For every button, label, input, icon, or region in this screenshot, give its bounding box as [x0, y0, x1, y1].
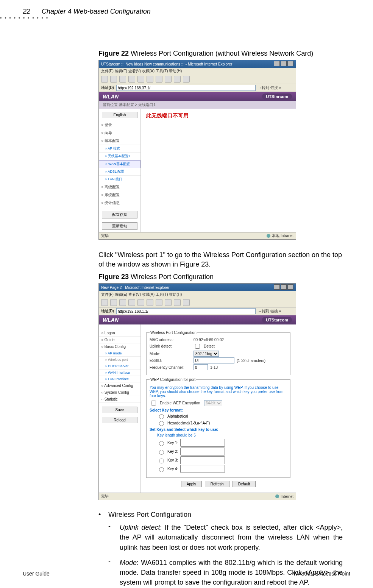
- refresh-icon[interactable]: [128, 299, 135, 306]
- key1-input[interactable]: [180, 439, 225, 447]
- mail-icon[interactable]: [174, 299, 181, 306]
- sidebar-item-label: System Config: [105, 390, 129, 395]
- figure23-screenshot: New Page 2 - Microsoft Internet Explorer…: [98, 283, 296, 500]
- sidebar-item-label: WAN Interface: [108, 371, 130, 374]
- sidebar-item-logon[interactable]: ○ Logon: [99, 330, 140, 337]
- uplink-detect-checkbox[interactable]: [195, 344, 200, 349]
- sidebar-item-label: 基本配置: [105, 139, 120, 143]
- forward-icon[interactable]: [110, 299, 117, 306]
- reload-button[interactable]: 重新启动: [102, 222, 137, 230]
- sidebar-item-wireless[interactable]: ○ 无线基本配置1: [99, 153, 140, 160]
- key-format-label: Select Key format:: [150, 408, 287, 412]
- footer-left: User Guide: [23, 571, 50, 577]
- key1-radio[interactable]: [159, 441, 164, 446]
- ie-titlebar: UTStarcom ::: New ideas New communicatio…: [99, 60, 296, 68]
- sidebar-item-wan[interactable]: ○ WAN Interface: [99, 370, 140, 376]
- mode-select[interactable]: 802.11b/g: [194, 351, 219, 357]
- stop-icon[interactable]: [119, 299, 126, 306]
- go-button[interactable]: →转到 链接 »: [258, 85, 281, 90]
- ie-toolbar: [99, 75, 296, 84]
- key3-radio[interactable]: [159, 459, 164, 463]
- search-icon[interactable]: [147, 76, 153, 83]
- stop-icon[interactable]: [119, 76, 126, 83]
- mail-icon[interactable]: [183, 76, 190, 83]
- sidebar-item-basic[interactable]: ○ 基本配置: [99, 137, 140, 145]
- sidebar-item-apmode[interactable]: ○ AP mode: [99, 350, 140, 357]
- sidebar-item-wireless[interactable]: ○ Wireless port: [99, 357, 140, 363]
- back-icon[interactable]: [101, 299, 108, 306]
- sidebar-item-system[interactable]: ○ System Config: [99, 389, 140, 396]
- sidebar-item-label: DHCP Server: [108, 364, 128, 368]
- sidebar-item-statistic[interactable]: ○ Statistic: [99, 396, 140, 403]
- apply-button[interactable]: Apply: [181, 481, 202, 487]
- sidebar-item-system[interactable]: ○ 系统配置: [99, 191, 140, 199]
- default-button[interactable]: Default: [233, 481, 256, 487]
- wep-bits-select[interactable]: 64-bit: [204, 400, 222, 406]
- sidebar-item-logon[interactable]: ○ 登录: [99, 121, 140, 129]
- key2-radio[interactable]: [159, 450, 164, 455]
- english-button[interactable]: English: [102, 112, 137, 118]
- freq-input[interactable]: [194, 364, 208, 370]
- uplink-lead: Uplink detect: [120, 524, 160, 531]
- window-title: UTStarcom ::: New ideas New communicatio…: [101, 62, 232, 66]
- key4-radio[interactable]: [159, 467, 164, 472]
- sidebar-item-label: 无线基本配置1: [108, 154, 130, 158]
- address-input[interactable]: [116, 85, 256, 91]
- home-icon[interactable]: [137, 76, 144, 83]
- wireless-port-config-fieldset: Wireless Port Configuration MAC address:…: [146, 331, 290, 375]
- history-icon[interactable]: [165, 299, 172, 306]
- enable-wep-checkbox[interactable]: [151, 401, 156, 406]
- sidebar-item-basic[interactable]: ○ Basic Config: [99, 343, 140, 350]
- sidebar-item-label: 高级配置: [105, 185, 120, 189]
- window-title: New Page 2 - Microsoft Internet Explorer: [101, 285, 170, 290]
- save-button[interactable]: 配置存盘: [102, 211, 137, 218]
- wlan-logo: WLAN: [103, 317, 119, 323]
- print-icon[interactable]: [183, 299, 190, 306]
- sidebar-item-adsl[interactable]: ○ ADSL 配置: [99, 168, 140, 176]
- sidebar-item-guide[interactable]: ○ 向导: [99, 129, 140, 137]
- mac-value: 00:92:c6:69:00:02: [194, 338, 224, 342]
- ie-addressbar: 地址(D) →转到 链接 »: [99, 307, 296, 315]
- sidebar-item-apmode[interactable]: ○ AP 模式: [99, 145, 140, 153]
- media-icon[interactable]: [165, 76, 172, 83]
- favorites-icon[interactable]: [156, 76, 162, 83]
- sidebar-item-advanced[interactable]: ○ Advanced Config: [99, 382, 140, 389]
- sidebar-item-statistic[interactable]: ○ 统计信息: [99, 199, 140, 207]
- sidebar-item-wan[interactable]: ○ WAN基本配置: [99, 160, 140, 168]
- favorites-icon[interactable]: [156, 299, 162, 306]
- sidebar-item-guide[interactable]: ○ Guide: [99, 337, 140, 343]
- sidebar-item-label: Logon: [105, 331, 115, 335]
- history-icon[interactable]: [174, 76, 181, 83]
- wep-config-fieldset: WEP Configuration for port You may encry…: [146, 377, 290, 478]
- key2-input[interactable]: [180, 448, 225, 455]
- wlan-logo: WLAN: [103, 94, 119, 100]
- home-icon[interactable]: [137, 299, 144, 306]
- sidebar-item-lan[interactable]: ○ LAN 接口: [99, 176, 140, 183]
- key3-input[interactable]: [180, 456, 225, 464]
- refresh-icon[interactable]: [128, 76, 135, 83]
- sidebar-item-label: 登录: [105, 123, 112, 127]
- dash-icon: -: [108, 522, 120, 530]
- sidebar-item-label: LAN Interface: [108, 377, 129, 381]
- back-icon[interactable]: [101, 76, 108, 83]
- go-button[interactable]: →转到 链接 »: [258, 309, 281, 314]
- status-zone: Internet: [275, 494, 293, 499]
- search-icon[interactable]: [147, 299, 153, 306]
- sidebar-item-dhcp[interactable]: ○ DHCP Server: [99, 363, 140, 370]
- essid-input[interactable]: [194, 357, 234, 363]
- reload-button[interactable]: Reload: [102, 417, 137, 423]
- sidebar: English ○ 登录 ○ 向导 ○ 基本配置 ○ AP 模式 ○ 无线基本配…: [99, 109, 141, 232]
- essid-hint: (1-32 characters): [237, 359, 265, 363]
- fmt-alpha-radio[interactable]: [159, 414, 164, 419]
- forward-icon[interactable]: [110, 76, 117, 83]
- sidebar-item-label: WAN基本配置: [108, 162, 130, 166]
- sidebar-item-advanced[interactable]: ○ 高级配置: [99, 183, 140, 191]
- refresh-button[interactable]: Refresh: [205, 481, 229, 487]
- address-input[interactable]: [116, 308, 256, 314]
- error-message: 此无线端口不可用: [146, 112, 290, 119]
- fmt-hex-radio[interactable]: [159, 421, 164, 426]
- save-button[interactable]: Save: [102, 407, 137, 413]
- sidebar-item-lan[interactable]: ○ LAN Interface: [99, 376, 140, 382]
- footer-right: WA3001-S Access Point: [293, 571, 350, 577]
- key4-input[interactable]: [180, 465, 225, 473]
